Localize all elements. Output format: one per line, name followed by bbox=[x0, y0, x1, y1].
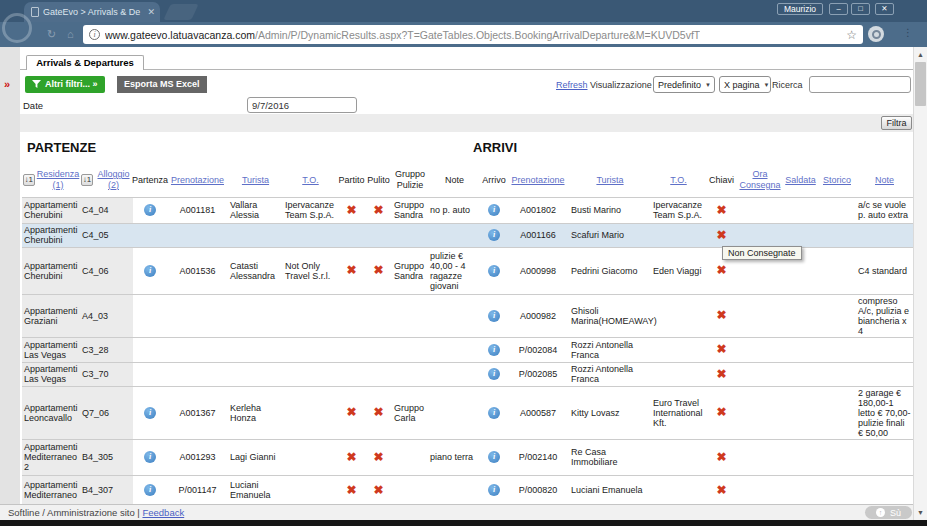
partito-cross-icon[interactable]: ✖ bbox=[346, 483, 356, 497]
cell-p_turista: Kerleha Honza bbox=[228, 386, 283, 439]
chiavi-cross-icon[interactable]: ✖ bbox=[716, 228, 726, 242]
cell-a_info: i bbox=[481, 337, 507, 362]
cell-pulito: ✖ bbox=[365, 247, 392, 294]
chiavi-cross-icon[interactable]: ✖ bbox=[716, 308, 726, 322]
column-header-a_note[interactable]: Note bbox=[856, 163, 913, 197]
info-icon[interactable]: i bbox=[488, 368, 500, 380]
sort-icon[interactable]: ↓1 bbox=[81, 174, 93, 186]
pulito-cross-icon[interactable]: ✖ bbox=[373, 450, 383, 464]
info-icon[interactable]: i bbox=[488, 344, 500, 356]
url-bar[interactable]: i www.gateevo.latuavacanza.com/Admin/P/D… bbox=[83, 25, 863, 44]
column-label[interactable]: Prenotazione bbox=[171, 175, 224, 186]
home-icon[interactable]: ⌂ bbox=[67, 28, 74, 40]
chiavi-cross-icon[interactable]: ✖ bbox=[716, 203, 726, 217]
chiavi-cross-icon[interactable]: ✖ bbox=[716, 342, 726, 356]
column-header-a_turista[interactable]: Turista bbox=[569, 163, 651, 197]
partito-cross-icon[interactable]: ✖ bbox=[346, 263, 356, 277]
chiavi-cross-icon[interactable]: ✖ bbox=[716, 483, 726, 497]
search-input[interactable] bbox=[809, 76, 911, 93]
cell-partito: ✖ bbox=[338, 247, 365, 294]
pulito-cross-icon[interactable]: ✖ bbox=[373, 483, 383, 497]
cell-p_pren: A001181 bbox=[167, 197, 228, 223]
column-label[interactable]: Residenza (1) bbox=[37, 169, 80, 190]
cell-alloggio: A4_03 bbox=[80, 294, 133, 337]
column-label[interactable]: T.O. bbox=[302, 175, 319, 186]
column-label[interactable]: Saldata bbox=[785, 175, 816, 186]
column-label[interactable]: T.O. bbox=[670, 175, 687, 186]
info-icon[interactable]: i bbox=[488, 451, 500, 463]
view-select[interactable]: Predefinito▼ bbox=[653, 76, 715, 93]
column-label[interactable]: Turista bbox=[596, 175, 623, 186]
info-icon[interactable]: i bbox=[488, 265, 500, 277]
cell-storico bbox=[818, 247, 856, 294]
column-label[interactable]: Turista bbox=[242, 175, 269, 186]
cell-a_pren: P/000820 bbox=[507, 475, 569, 505]
browser-tab[interactable]: GateEvo > Arrivals & De ✕ bbox=[24, 2, 160, 22]
info-icon[interactable]: i bbox=[488, 204, 500, 216]
scrollbar-thumb[interactable] bbox=[915, 62, 926, 106]
column-header-saldata[interactable]: Saldata bbox=[783, 163, 818, 197]
column-label[interactable]: Note bbox=[875, 175, 894, 186]
filter-button[interactable]: Filtra bbox=[881, 116, 912, 130]
restore-button[interactable]: □ bbox=[851, 3, 870, 15]
site-info-icon[interactable]: i bbox=[89, 29, 100, 40]
info-icon[interactable]: i bbox=[144, 451, 156, 463]
info-icon[interactable]: i bbox=[488, 229, 500, 241]
close-button[interactable]: ✕ bbox=[875, 3, 894, 15]
reload-icon[interactable]: ↻ bbox=[47, 28, 56, 41]
date-input[interactable] bbox=[247, 97, 357, 113]
info-icon[interactable]: i bbox=[144, 204, 156, 216]
partito-cross-icon[interactable]: ✖ bbox=[346, 405, 356, 419]
partito-cross-icon[interactable]: ✖ bbox=[346, 450, 356, 464]
extension-icon[interactable] bbox=[868, 26, 884, 42]
column-header-a_pren[interactable]: Prenotazione bbox=[507, 163, 569, 197]
profile-button[interactable]: Maurizio bbox=[777, 3, 823, 15]
partito-cross-icon[interactable]: ✖ bbox=[346, 203, 356, 217]
tab-close-icon[interactable]: ✕ bbox=[147, 7, 155, 17]
column-header-p_turista[interactable]: Turista bbox=[228, 163, 283, 197]
date-label: Date bbox=[23, 100, 43, 111]
cell-p_info: i bbox=[133, 475, 167, 505]
scrollbar-up-arrow[interactable]: ▲ bbox=[914, 48, 927, 61]
info-icon[interactable]: i bbox=[144, 407, 156, 419]
column-header-a_to[interactable]: T.O. bbox=[651, 163, 706, 197]
info-icon[interactable]: i bbox=[144, 265, 156, 277]
scrollbar-down-arrow[interactable]: ▼ bbox=[914, 506, 927, 519]
export-excel-button[interactable]: Esporta MS Excel bbox=[117, 76, 207, 93]
pulito-cross-icon[interactable]: ✖ bbox=[373, 405, 383, 419]
column-header-p_to[interactable]: T.O. bbox=[283, 163, 338, 197]
column-header-p_pren[interactable]: Prenotazione bbox=[167, 163, 228, 197]
info-icon[interactable]: i bbox=[488, 310, 500, 322]
chiavi-cross-icon[interactable]: ✖ bbox=[716, 450, 726, 464]
info-icon[interactable]: i bbox=[488, 407, 500, 419]
more-filters-button[interactable]: Altri filtri... » bbox=[25, 76, 105, 93]
scrollbar[interactable]: ▲ ▼ bbox=[913, 47, 927, 520]
cell-chiavi: ✖ bbox=[706, 439, 737, 475]
column-label[interactable]: Prenotazione bbox=[511, 175, 564, 186]
sort-icon[interactable]: ↓1 bbox=[23, 174, 35, 186]
feedback-link[interactable]: Feedback bbox=[142, 507, 184, 518]
bookmark-star-icon[interactable]: ☆ bbox=[846, 28, 857, 42]
refresh-link[interactable]: Refresh bbox=[556, 80, 588, 90]
tab-arrivals-departures[interactable]: Arrivals & Departures bbox=[26, 55, 144, 70]
column-header-ora[interactable]: Ora Consegna bbox=[737, 163, 783, 197]
column-header-storico[interactable]: Storico bbox=[818, 163, 856, 197]
page-size-select[interactable]: X pagina▼ bbox=[719, 76, 771, 93]
column-header-alloggio[interactable]: ↓1Alloggio (2) bbox=[80, 163, 133, 197]
pulito-cross-icon[interactable]: ✖ bbox=[373, 263, 383, 277]
column-label[interactable]: Alloggio (2) bbox=[95, 169, 132, 190]
cell-residenza: Appartamenti Mediterraneo 2 bbox=[22, 439, 80, 475]
expand-sidebar-chevron[interactable]: » bbox=[4, 78, 10, 90]
chiavi-cross-icon[interactable]: ✖ bbox=[716, 405, 726, 419]
column-label[interactable]: Storico bbox=[823, 175, 851, 186]
info-icon[interactable]: i bbox=[488, 484, 500, 496]
pulito-cross-icon[interactable]: ✖ bbox=[373, 203, 383, 217]
chiavi-cross-icon[interactable]: ✖ bbox=[716, 263, 726, 277]
column-label[interactable]: Ora Consegna bbox=[738, 169, 782, 190]
browser-menu-icon[interactable]: ⋮ bbox=[903, 27, 913, 38]
minimize-button[interactable]: – bbox=[829, 3, 848, 15]
scroll-top-button[interactable]: ↑Sù bbox=[865, 506, 912, 519]
column-header-residenza[interactable]: ↓1Residenza (1) bbox=[22, 163, 80, 197]
info-icon[interactable]: i bbox=[144, 484, 156, 496]
chiavi-cross-icon[interactable]: ✖ bbox=[716, 367, 726, 381]
